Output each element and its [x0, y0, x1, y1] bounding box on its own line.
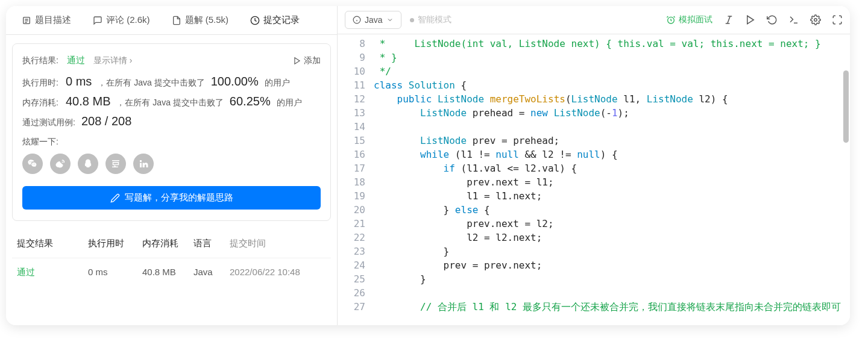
runtime-value: 0 ms — [66, 75, 92, 89]
editor-header: Java 智能模式 模拟面试 — [338, 6, 850, 34]
description-icon — [22, 16, 31, 25]
result-header: 执行结果: 通过 显示详情 › 添加 — [22, 55, 321, 66]
solutions-icon — [172, 16, 181, 25]
col-mem-header: 内存消耗 — [142, 238, 193, 249]
left-panel: 题目描述 评论 (2.6k) 题解 (5.5k) 提交记录 执行结果: 通过 显… — [6, 6, 338, 325]
memory-percent: 60.25% — [230, 95, 271, 108]
code-editor[interactable]: 89101112131415161718192021222324252627 *… — [338, 34, 850, 325]
tab-solutions[interactable]: 题解 (5.5k) — [161, 6, 240, 34]
share-icons — [22, 154, 321, 174]
svg-marker-8 — [747, 16, 754, 24]
memory-stat: 内存消耗: 40.8 MB ，在所有 Java 提交中击败了 60.25% 的用… — [22, 95, 321, 108]
memory-value: 40.8 MB — [66, 95, 110, 108]
play-icon — [293, 57, 301, 65]
tab-comments[interactable]: 评论 (2.6k) — [82, 6, 161, 34]
history-table: 提交结果 执行用时 内存消耗 语言 提交时间 通过0 ms40.8 MBJava… — [12, 229, 331, 287]
qq-share-icon[interactable] — [78, 154, 98, 174]
pen-icon — [110, 193, 120, 203]
stat-text: 的用户 — [265, 78, 290, 89]
stat-label: 内存消耗: — [22, 98, 60, 108]
svg-marker-2 — [295, 57, 300, 64]
weibo-share-icon[interactable] — [50, 154, 71, 174]
col-time-header: 执行用时 — [88, 238, 142, 249]
fullscreen-icon[interactable] — [832, 14, 843, 25]
stat-label: 通过测试用例: — [22, 117, 75, 128]
history-header: 提交结果 执行用时 内存消耗 语言 提交时间 — [12, 229, 331, 258]
stat-text: 的用户 — [277, 98, 302, 108]
result-header-left: 执行结果: 通过 显示详情 › — [22, 55, 132, 66]
alarm-icon — [666, 15, 676, 25]
info-italic-icon[interactable] — [723, 14, 734, 25]
col-lang-header: 语言 — [193, 238, 230, 249]
tab-label: 提交记录 — [263, 14, 300, 26]
history-icon — [250, 16, 260, 25]
app-window: 题目描述 评论 (2.6k) 题解 (5.5k) 提交记录 执行结果: 通过 显… — [6, 6, 850, 325]
col-date-header: 提交时间 — [230, 238, 326, 249]
douban-share-icon[interactable] — [105, 154, 126, 174]
tab-label: 评论 (2.6k) — [106, 14, 150, 26]
linkedin-share-icon[interactable] — [133, 154, 154, 174]
comments-icon — [93, 16, 102, 25]
result-label: 执行结果: — [22, 55, 58, 66]
editor-tools: 模拟面试 — [666, 14, 843, 25]
tests-value: 208 / 208 — [81, 114, 131, 128]
cell-result: 通过 — [17, 267, 88, 278]
tab-label: 题解 (5.5k) — [185, 14, 229, 26]
language-label: Java — [365, 15, 383, 25]
tab-label: 题目描述 — [35, 14, 71, 26]
share-label: 炫耀一下: — [22, 137, 321, 148]
terminal-icon[interactable] — [788, 14, 799, 25]
write-solution-button[interactable]: 写题解，分享我的解题思路 — [22, 186, 321, 210]
dot-icon — [410, 18, 414, 22]
smart-mode[interactable]: 智能模式 — [410, 14, 451, 25]
tab-submissions[interactable]: 提交记录 — [239, 6, 310, 34]
cell-time: 0 ms — [88, 267, 142, 278]
problem-tabs: 题目描述 评论 (2.6k) 题解 (5.5k) 提交记录 — [6, 6, 337, 35]
add-button[interactable]: 添加 — [293, 55, 321, 66]
show-detail-link[interactable]: 显示详情 › — [93, 55, 133, 66]
mock-interview-button[interactable]: 模拟面试 — [666, 14, 712, 25]
table-row[interactable]: 通过0 ms40.8 MBJava2022/06/22 10:48 — [12, 258, 331, 287]
tab-description[interactable]: 题目描述 — [11, 6, 82, 34]
line-gutter: 89101112131415161718192021222324252627 — [338, 34, 374, 325]
add-label: 添加 — [304, 55, 321, 66]
status-badge: 通过 — [67, 55, 85, 66]
runtime-percent: 100.00% — [211, 75, 259, 89]
result-card: 执行结果: 通过 显示详情 › 添加 执行用时: 0 ms ，在所有 Java … — [12, 43, 331, 221]
wechat-share-icon[interactable] — [22, 154, 43, 174]
smart-mode-label: 智能模式 — [418, 14, 451, 25]
stat-text: ，在所有 Java 提交中击败了 — [98, 78, 204, 89]
cell-date: 2022/06/22 10:48 — [230, 267, 326, 278]
svg-line-7 — [728, 16, 731, 23]
info-icon — [353, 16, 361, 24]
stat-label: 执行用时: — [22, 78, 60, 89]
chevron-down-icon — [386, 16, 394, 23]
gear-icon[interactable] — [810, 14, 821, 25]
right-panel: Java 智能模式 模拟面试 89101112131415 — [338, 6, 850, 325]
tests-stat: 通过测试用例: 208 / 208 — [22, 114, 321, 128]
write-button-label: 写题解，分享我的解题思路 — [125, 192, 233, 204]
stat-text: ，在所有 Java 提交中击败了 — [116, 98, 223, 108]
cell-mem: 40.8 MB — [142, 267, 193, 278]
reset-icon[interactable] — [767, 14, 778, 25]
code-content[interactable]: * ListNode(int val, ListNode next) { thi… — [374, 34, 850, 325]
vertical-scrollbar[interactable] — [843, 70, 849, 143]
svg-point-10 — [814, 19, 817, 22]
language-select[interactable]: Java — [345, 11, 401, 29]
play-icon[interactable] — [745, 14, 756, 25]
col-result-header: 提交结果 — [17, 238, 88, 249]
cell-lang: Java — [193, 267, 230, 278]
runtime-stat: 执行用时: 0 ms ，在所有 Java 提交中击败了 100.00% 的用户 — [22, 75, 321, 89]
mock-interview-label: 模拟面试 — [679, 14, 712, 25]
